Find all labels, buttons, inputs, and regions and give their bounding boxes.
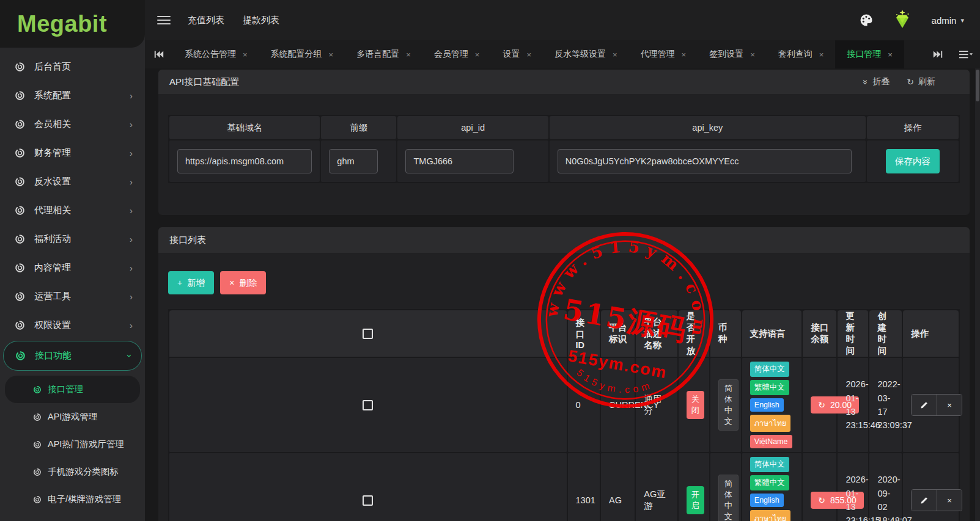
panel-tools: » 折叠 ↻ 刷新 <box>863 76 935 87</box>
theme-palette-icon[interactable] <box>860 13 873 27</box>
config-table: 基础域名 前缀 api_id api_key 操作 保存内容 <box>168 115 960 183</box>
row-id: 1301 <box>568 453 600 521</box>
tab-会员管理[interactable]: 会员管理× <box>422 40 492 68</box>
sidebar-item-日志管理[interactable]: 日志管理› <box>0 516 145 521</box>
tab-系统公告管理[interactable]: 系统公告管理× <box>173 40 259 68</box>
tab-actions <box>924 40 980 68</box>
row-updated-time: 2026-01-1323:16:15 <box>838 453 868 521</box>
edit-button[interactable] <box>912 490 937 511</box>
sidebar-subitem-label: 接口管理 <box>48 384 83 395</box>
sidebar-item-label: 系统配置 <box>34 90 71 101</box>
tab-close-icon[interactable]: × <box>475 50 480 59</box>
scrollbar-track[interactable] <box>975 68 980 521</box>
sidebar-item-福利活动[interactable]: 福利活动› <box>0 225 145 253</box>
sidebar-item-系统配置[interactable]: 系统配置› <box>0 81 145 110</box>
tab-多语言配置[interactable]: 多语言配置× <box>345 40 422 68</box>
row-checkbox[interactable] <box>363 400 373 410</box>
currency-tag: 简体中文 <box>718 475 739 521</box>
scrollbar-thumb[interactable] <box>976 70 979 101</box>
tabs-scroll-end-button[interactable] <box>924 40 952 68</box>
status-badge: 开启 <box>687 486 704 514</box>
api-id-input[interactable] <box>405 149 513 173</box>
main-column: 充值列表提款列表 <box>145 0 980 521</box>
language-tag: ViệtName <box>750 435 792 448</box>
tab-close-icon[interactable]: × <box>406 50 411 59</box>
sidebar-item-代理相关[interactable]: 代理相关› <box>0 196 145 225</box>
save-button[interactable]: 保存内容 <box>886 149 940 173</box>
sidebar-subitem-label: API游戏管理 <box>48 411 97 423</box>
time-text: 2022-03-17 <box>877 377 894 418</box>
sidebar-item-反水设置[interactable]: 反水设置› <box>0 167 145 196</box>
tab-bar: 系统公告管理×系统配置分组×多语言配置×会员管理×设置×反水等级设置×代理管理×… <box>145 40 980 68</box>
delete-row-button[interactable]: × <box>937 395 962 415</box>
ring-icon <box>33 385 42 394</box>
time-text: 23:09:37 <box>877 418 894 432</box>
tab-label: 会员管理 <box>434 49 468 60</box>
select-all-checkbox[interactable] <box>363 329 373 339</box>
sidebar-subitem-接口管理[interactable]: 接口管理 <box>5 376 140 403</box>
sidebar-item-label: 后台首页 <box>34 61 71 73</box>
table-row: 0CURRENCY通用分关闭简体中文简体中文繁體中文Englishภาษาไทย… <box>169 358 959 452</box>
row-checkbox[interactable] <box>363 495 373 506</box>
delete-button[interactable]: × 删除 <box>220 271 266 294</box>
sidebar-subitem-电子/棋牌游戏管理[interactable]: 电子/棋牌游戏管理 <box>0 486 145 513</box>
topbar-link-提款列表[interactable]: 提款列表 <box>243 15 279 26</box>
sidebar-item-后台首页[interactable]: 后台首页 <box>0 53 145 81</box>
sidebar-item-运营工具[interactable]: 运营工具› <box>0 282 145 311</box>
tab-close-icon[interactable]: × <box>329 50 334 59</box>
hamburger-icon[interactable] <box>157 16 171 24</box>
tab-close-icon[interactable]: × <box>750 50 755 59</box>
sidebar-subitem-label: 电子/棋牌游戏管理 <box>48 494 121 505</box>
ring-icon <box>33 413 42 421</box>
sidebar-item-内容管理[interactable]: 内容管理› <box>0 253 145 282</box>
tab-close-icon[interactable]: × <box>819 50 824 59</box>
chevron-right-icon: › <box>130 206 133 215</box>
edit-button[interactable] <box>912 395 937 415</box>
sidebar-item-接口功能[interactable]: 接口功能› <box>3 341 142 371</box>
delete-row-button[interactable]: × <box>937 490 962 511</box>
list-header-平台标识: 平台标识 <box>601 310 635 357</box>
tab-close-icon[interactable]: × <box>888 50 893 59</box>
sidebar-subitem-手机游戏分类图标[interactable]: 手机游戏分类图标 <box>0 458 145 486</box>
language-tags: 简体中文繁體中文EnglishภาษาไทยViệtName <box>750 457 794 521</box>
row-select-cell <box>169 358 567 452</box>
tab-close-icon[interactable]: × <box>682 50 687 59</box>
base-domain-input[interactable] <box>177 149 312 173</box>
add-button[interactable]: + 新增 <box>168 271 214 294</box>
list-header-平台描述名称: 平台描述名称 <box>636 310 677 357</box>
api-key-input[interactable] <box>558 149 852 173</box>
list-header-接口ID: 接口ID <box>568 310 600 357</box>
tab-close-icon[interactable]: × <box>526 50 531 59</box>
sidebar-subitem-API热门游戏厅管理[interactable]: API热门游戏厅管理 <box>0 431 145 458</box>
prefix-input[interactable] <box>329 149 378 173</box>
tab-代理管理[interactable]: 代理管理× <box>629 40 698 68</box>
ring-icon <box>33 468 42 476</box>
tab-签到设置[interactable]: 签到设置× <box>698 40 767 68</box>
sidebar-item-权限设置[interactable]: 权限设置› <box>0 311 145 340</box>
tab-close-icon[interactable]: × <box>243 50 248 59</box>
tabs-menu-button[interactable] <box>952 40 980 68</box>
config-header-api-id: api_id <box>397 116 548 139</box>
row-balance: ↻20.00 <box>803 358 836 452</box>
tab-系统配置分组[interactable]: 系统配置分组× <box>259 40 345 68</box>
refresh-button[interactable]: ↻ 刷新 <box>907 76 935 87</box>
tab-label: 套利查询 <box>778 49 812 60</box>
sidebar-item-会员相关[interactable]: 会员相关› <box>0 110 145 139</box>
user-menu[interactable]: admin ▾ <box>932 15 964 26</box>
collapse-button[interactable]: » 折叠 <box>863 76 890 87</box>
ring-icon <box>15 148 25 158</box>
gem-avatar[interactable] <box>891 9 913 31</box>
tab-close-icon[interactable]: × <box>613 50 617 59</box>
tab-接口管理[interactable]: 接口管理× <box>835 40 904 68</box>
topbar: 充值列表提款列表 <box>145 0 980 40</box>
ring-icon <box>15 291 25 302</box>
tab-设置[interactable]: 设置× <box>491 40 543 68</box>
tab-反水等级设置[interactable]: 反水等级设置× <box>543 40 629 68</box>
sidebar-subitem-API游戏管理[interactable]: API游戏管理 <box>0 403 145 431</box>
row-actions-cell: × <box>903 358 959 452</box>
sidebar-item-财务管理[interactable]: 财务管理› <box>0 139 145 167</box>
tabs-scroll-start-button[interactable] <box>145 40 173 68</box>
topbar-link-充值列表[interactable]: 充值列表 <box>188 15 224 26</box>
chevron-right-icon: › <box>130 120 133 129</box>
tab-套利查询[interactable]: 套利查询× <box>767 40 836 68</box>
